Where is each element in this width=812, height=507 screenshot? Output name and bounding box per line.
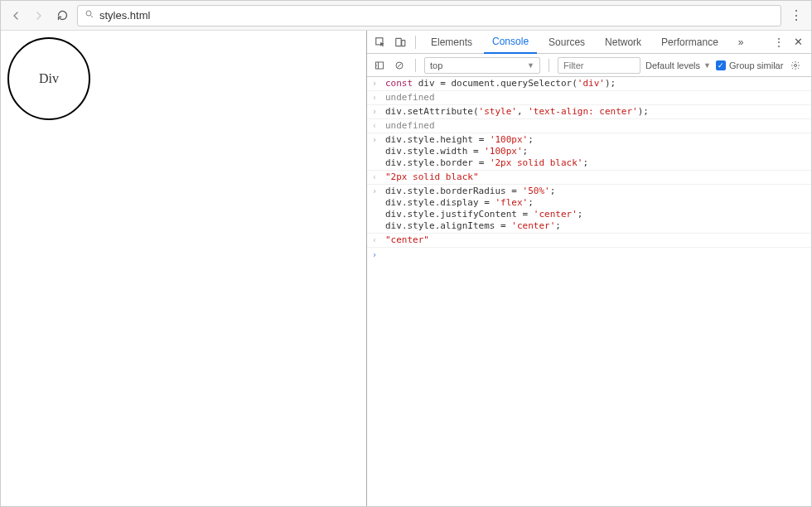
forward-button[interactable] [31,7,47,24]
url-text: styles.html [99,9,774,22]
reload-button[interactable] [54,7,70,24]
url-bar[interactable]: styles.html [77,5,781,27]
console-prompt[interactable]: › [367,248,811,251]
input-marker-icon: › [372,134,382,146]
execution-context-select[interactable]: top ▼ [424,57,540,74]
output-marker-icon: ‹ [372,92,382,104]
group-similar-toggle[interactable]: ✓ Group similar [716,60,783,70]
svg-point-0 [86,11,91,16]
browser-menu-button[interactable]: ⋮ [788,9,805,22]
checkbox-checked-icon: ✓ [716,60,726,70]
browser-toolbar: styles.html ⋮ [1,1,811,31]
svg-point-9 [795,64,797,66]
devtools-panel: Elements Console Sources Network Perform… [367,31,811,506]
console-settings-icon[interactable] [788,58,803,73]
input-marker-icon: › [372,186,382,197]
console-sidebar-toggle-icon[interactable] [372,58,387,73]
console-line: ‹"2px solid black" [367,171,811,185]
tab-console[interactable]: Console [484,31,537,54]
clear-console-icon[interactable] [392,58,407,73]
input-marker-icon: › [372,106,382,118]
svg-line-1 [91,16,94,18]
page-content: Div [1,31,367,506]
chevron-down-icon: ▼ [527,61,534,70]
tab-network[interactable]: Network [597,31,650,54]
div-text: Div [39,71,59,86]
console-line: ›div.setAttribute('style', 'text-align: … [367,105,811,119]
console-toolbar: top ▼ Default levels ▼ ✓ Group similar [367,54,811,77]
prompt-marker-icon: › [372,249,377,261]
log-levels-select[interactable]: Default levels ▼ [645,60,711,70]
console-body[interactable]: ›const div = document.querySelector('div… [367,77,811,506]
svg-rect-3 [396,38,401,46]
output-marker-icon: ‹ [372,234,382,246]
devtools-close-button[interactable]: ✕ [790,36,806,48]
devtools-menu-button[interactable]: ⋮ [771,36,787,48]
filter-input[interactable] [558,57,640,74]
output-marker-icon: ‹ [372,171,382,183]
tab-elements[interactable]: Elements [423,31,481,54]
styled-div: Div [7,37,90,120]
input-marker-icon: › [372,78,382,89]
levels-label: Default levels [645,60,700,70]
tab-performance[interactable]: Performance [653,31,727,54]
chevron-down-icon: ▼ [703,61,711,70]
console-line: ‹undefined [367,91,811,105]
device-toolbar-icon[interactable] [392,34,408,51]
search-icon [85,9,94,22]
console-line: ‹"center" [367,234,811,248]
console-line: ›div.style.height = '100px'; div.style.w… [367,133,811,171]
output-marker-icon: ‹ [372,120,382,132]
tabs-overflow[interactable]: » [730,31,752,54]
tab-sources[interactable]: Sources [540,31,593,54]
svg-rect-4 [402,40,405,46]
svg-line-8 [398,63,402,67]
console-line: ›const div = document.querySelector('div… [367,77,811,91]
context-value: top [430,60,442,70]
inspect-element-icon[interactable] [372,34,389,51]
console-line: ‹undefined [367,119,811,133]
console-line: ›div.style.borderRadius = '50%'; div.sty… [367,185,811,234]
back-button[interactable] [7,7,24,24]
group-similar-label: Group similar [729,60,783,70]
devtools-tabs: Elements Console Sources Network Perform… [367,31,811,54]
